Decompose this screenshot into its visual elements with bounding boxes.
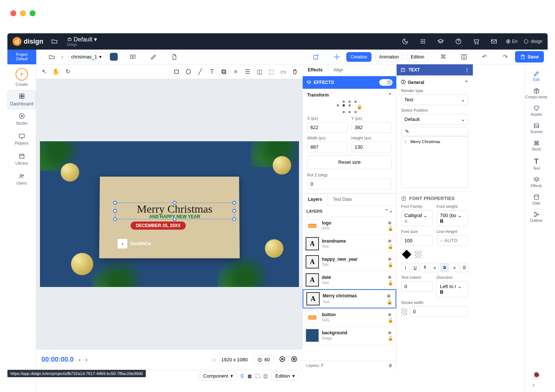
duration-field[interactable]: 60	[253, 355, 274, 364]
layer-item[interactable]: SVGlogoSVG◉🔓	[303, 217, 396, 235]
h-input[interactable]	[352, 142, 392, 152]
play-icon[interactable]	[279, 356, 286, 364]
align-center-button[interactable]: ≣	[440, 263, 449, 272]
rail-players[interactable]: Players	[7, 129, 36, 149]
rtool-data[interactable]: Data	[525, 191, 548, 208]
canvas[interactable]: Merry Christmas AND HAPPY NEW YEAR DECEM…	[36, 79, 303, 349]
help-icon[interactable]	[453, 36, 464, 47]
group-icon[interactable]: ▭	[279, 68, 287, 76]
ti-input[interactable]	[401, 281, 433, 292]
color-swatch[interactable]	[402, 250, 411, 259]
collapse-down-icon[interactable]: ⌄	[389, 209, 393, 213]
layer-item[interactable]: backgroundImage◉🔓	[303, 327, 396, 345]
rtool-effects[interactable]: Effects	[525, 173, 548, 191]
eye-icon[interactable]: ◉	[388, 330, 393, 335]
reload-icon[interactable]: ↻	[64, 68, 72, 76]
eye-icon[interactable]: ◉	[388, 312, 393, 317]
link-icon[interactable]: ⌘	[437, 51, 449, 63]
cart-icon[interactable]	[470, 36, 482, 47]
rtool-outliner[interactable]: Outliner	[525, 208, 548, 226]
edit-code-icon[interactable]: ✎	[401, 127, 468, 136]
graduate-icon[interactable]	[435, 36, 447, 47]
grid-icon[interactable]: ▦	[248, 374, 252, 379]
user-menu[interactable]: disign	[524, 36, 542, 47]
lock-icon[interactable]: 🔓	[388, 226, 393, 231]
collapse-up-icon[interactable]: ⌃	[385, 209, 388, 213]
eye-icon[interactable]: ◉	[387, 293, 393, 298]
tab-align[interactable]: Align	[328, 64, 349, 76]
tab-layers[interactable]: Layers	[303, 194, 328, 206]
tab-testdata[interactable]: Test Data	[328, 194, 357, 205]
rtool-edit[interactable]: Edit	[525, 67, 548, 85]
eye-icon[interactable]: ◉	[388, 274, 393, 280]
rail-dashboard[interactable]: Dashboard	[7, 90, 36, 109]
crop-icon[interactable]: ◫	[255, 68, 263, 76]
lock-icon[interactable]: 🔓	[388, 244, 393, 249]
dir-select[interactable]: Left to r ⌄ B	[437, 281, 468, 297]
y-input[interactable]	[352, 122, 392, 133]
app-logo[interactable]: d disign	[13, 37, 43, 46]
fw-select[interactable]: 700 (bo ⌄ B	[437, 210, 468, 226]
bug-icon[interactable]: 🐞	[533, 371, 540, 378]
animation-tab[interactable]: Animation	[375, 52, 403, 62]
stroke-swatch[interactable]	[401, 308, 407, 315]
alpha-swatch[interactable]	[414, 251, 422, 258]
align-center-icon[interactable]: ☰	[243, 68, 252, 76]
rtool-text[interactable]: TText	[525, 154, 548, 173]
cursor-icon[interactable]: ↖	[40, 68, 48, 76]
strike-button[interactable]: T̶	[421, 263, 429, 272]
redo-icon[interactable]: ↷	[500, 51, 511, 63]
align-justify-button[interactable]: ☰	[460, 263, 468, 272]
layer-item[interactable]: SVGbuttonSVG◉🔓	[303, 308, 396, 327]
brand-row[interactable]: ›ZenithCo	[118, 239, 151, 249]
prev-frame-icon[interactable]: ‹	[79, 357, 80, 362]
breadcrumb-file[interactable]: christmas_1 ▾	[67, 52, 106, 61]
more-icon[interactable]: ⋮	[465, 67, 469, 72]
component-dropdown[interactable]: Component ▾	[199, 371, 237, 381]
chevron-up-icon[interactable]: ⌃	[388, 92, 392, 98]
x-input[interactable]	[307, 122, 348, 133]
lock-icon[interactable]: 🔓	[388, 262, 393, 267]
anchor-picker[interactable]: 🔒	[307, 101, 392, 113]
next-frame-icon[interactable]: ›	[85, 357, 87, 362]
trash-icon[interactable]	[291, 68, 299, 76]
hand-icon[interactable]: ✋	[52, 68, 60, 76]
trash-icon[interactable]: 🗑	[388, 363, 393, 368]
rail-users[interactable]: Users	[7, 169, 36, 189]
folder-icon[interactable]	[48, 36, 60, 47]
project-switcher[interactable]: Default ▾ Disign	[67, 36, 97, 47]
save-button[interactable]: Save	[515, 51, 544, 62]
add-layer-icon[interactable]	[310, 51, 322, 63]
text-date[interactable]: DECEMBER 25, 20XX	[131, 222, 186, 230]
max-dot[interactable]	[30, 10, 36, 16]
lock-icon[interactable]: 🔓	[388, 318, 393, 323]
min-dot[interactable]	[20, 10, 26, 16]
underline-button[interactable]: U	[411, 263, 420, 272]
layout-icon[interactable]	[458, 51, 470, 63]
rail-create[interactable]: +Create	[7, 64, 36, 90]
ff-select[interactable]: Calligraf ⌄ A	[401, 210, 433, 226]
eye-icon[interactable]: ◉	[388, 220, 393, 225]
w-input[interactable]	[307, 142, 348, 152]
copy-icon[interactable]	[220, 68, 228, 76]
rtool-scenes[interactable]: Scenes	[525, 119, 548, 137]
lock-icon[interactable]: 🔒	[357, 104, 362, 109]
c-icon[interactable]: C	[241, 374, 244, 379]
lock-icon[interactable]: 🔓	[387, 299, 393, 305]
render-select[interactable]: Text ⌄	[401, 94, 468, 105]
lang-switcher[interactable]: En	[506, 36, 518, 47]
creation-tab[interactable]: Creation	[346, 52, 371, 62]
lock-icon[interactable]: 🔓	[388, 280, 393, 285]
italic-button[interactable]: I	[401, 263, 410, 272]
align-left-button[interactable]: ≡	[431, 263, 439, 272]
lh-input[interactable]	[437, 235, 468, 246]
align-right-button[interactable]: ≡	[450, 263, 459, 272]
mail-icon[interactable]	[488, 36, 500, 47]
preview-icon[interactable]	[127, 51, 139, 63]
close-dot[interactable]	[10, 10, 16, 16]
edition-tab[interactable]: Edition	[407, 52, 428, 62]
layer-item[interactable]: AbrandnameText◉🔓	[303, 235, 396, 253]
lock-icon[interactable]: 🔓	[388, 336, 393, 341]
folder-open-icon[interactable]	[46, 51, 58, 63]
code-editor[interactable]: 1Merry Christmas	[401, 136, 468, 188]
